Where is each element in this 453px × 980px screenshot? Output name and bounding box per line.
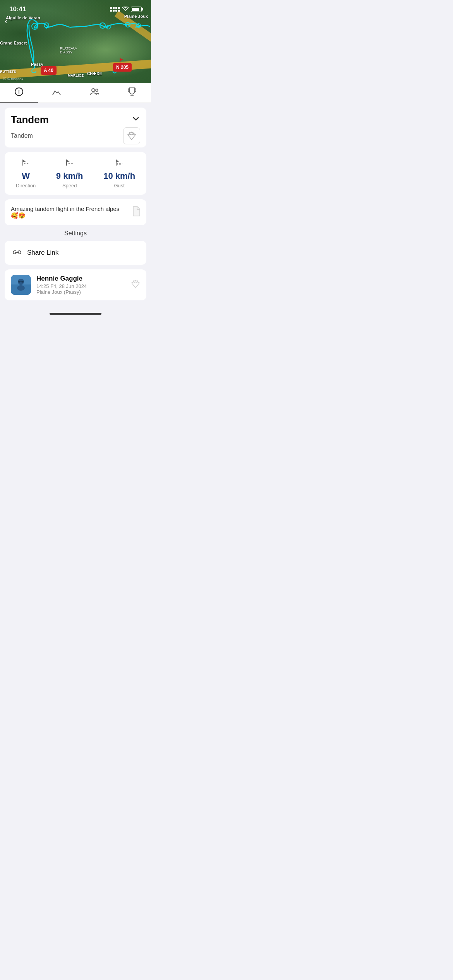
comment-card: Amazing tandem flight in the French alpe… — [5, 199, 146, 225]
tab-trophy[interactable] — [113, 87, 151, 103]
user-diamond-icon — [131, 279, 140, 291]
info-icon — [14, 87, 24, 99]
status-bar: 10:41 — [0, 0, 151, 15]
tab-group[interactable] — [76, 87, 113, 102]
comment-text: Amazing tandem flight in the French alpe… — [11, 206, 127, 219]
wind-stats-card: W Direction 9 km/h Speed — [5, 152, 146, 195]
flight-type-card: Tandem Tandem — [5, 108, 146, 147]
share-link-label: Share Link — [27, 249, 58, 257]
badge-n205: N 205 — [113, 63, 132, 72]
wind-speed-stat: 9 km/h Speed — [56, 158, 83, 188]
trophy-icon — [128, 87, 136, 99]
map-view[interactable]: Aiguille de Varan Plaine Joux Grand Esse… — [0, 0, 151, 83]
home-indicator — [0, 310, 151, 316]
user-info: Hennie Gaggle 14:25 Fri, 28 Jun 2024 Pla… — [36, 275, 125, 295]
wind-direction-value: W — [22, 171, 30, 181]
svg-marker-7 — [120, 58, 123, 61]
link-icon — [12, 248, 22, 258]
user-card: Hennie Gaggle 14:25 Fri, 28 Jun 2024 Pla… — [5, 269, 146, 300]
svg-rect-27 — [18, 281, 21, 283]
wind-direction-stat: W Direction — [16, 158, 36, 188]
signal-icon — [110, 7, 120, 12]
battery-icon — [131, 7, 142, 12]
tabs-bar — [0, 83, 151, 103]
user-avatar — [11, 275, 31, 295]
flight-type-subtitle: Tandem — [11, 132, 33, 139]
wind-gust-value: 10 km/h — [103, 171, 135, 181]
tab-photo[interactable] — [38, 87, 76, 103]
svg-rect-28 — [21, 281, 24, 283]
status-time: 10:41 — [9, 5, 26, 13]
wind-gust-label: Gust — [114, 183, 124, 188]
map-credit: ⓘ © mapbox — [3, 77, 23, 81]
file-icon — [132, 206, 140, 219]
group-icon — [89, 87, 100, 98]
flight-type-title: Tandem — [11, 114, 49, 126]
wifi-icon — [122, 6, 129, 12]
wind-speed-value: 9 km/h — [56, 171, 83, 181]
share-link-card[interactable]: Share Link — [5, 241, 146, 265]
wind-direction-label: Direction — [16, 183, 36, 188]
tab-info[interactable] — [0, 87, 38, 103]
home-bar — [50, 313, 101, 315]
user-location: Plaine Joux (Passy) — [36, 289, 125, 295]
dropdown-icon[interactable] — [132, 115, 140, 125]
wind-gust-stat: 10 km/h Gust — [103, 158, 135, 188]
user-date: 14:25 Fri, 28 Jun 2024 — [36, 283, 125, 289]
diamond-badge — [123, 127, 140, 144]
svg-point-11 — [92, 89, 95, 92]
mountain-icon — [52, 87, 61, 99]
badge-a40: A 40 — [41, 66, 57, 75]
status-icons — [110, 6, 142, 12]
wind-speed-label: Speed — [62, 183, 77, 188]
svg-point-12 — [96, 89, 98, 91]
wind-gust-icon — [114, 158, 125, 169]
user-name: Hennie Gaggle — [36, 275, 125, 283]
wind-speed-icon — [64, 158, 75, 169]
back-button[interactable]: ‹ — [5, 16, 7, 26]
settings-label: Settings — [0, 230, 151, 237]
svg-point-26 — [17, 285, 25, 291]
wind-direction-icon — [21, 158, 31, 169]
